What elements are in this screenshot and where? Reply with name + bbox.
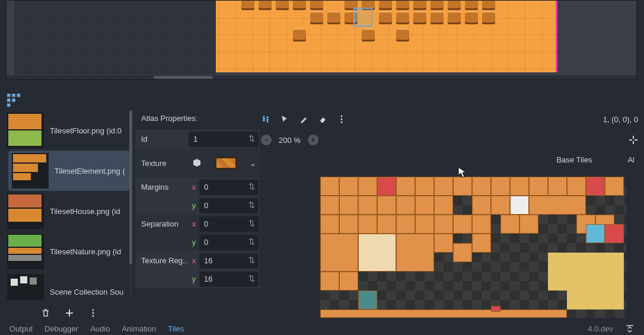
- source-label: Scene Collection Sou: [50, 288, 123, 296]
- viewport-hscrollbar[interactable]: [7, 75, 636, 79]
- source-item-scene-collection[interactable]: Scene Collection Sou: [6, 272, 132, 300]
- output-tab[interactable]: Output: [9, 324, 33, 333]
- separation-x-input[interactable]: 0⇅: [199, 216, 259, 232]
- source-label: TilesetHouse.png (id: [50, 207, 120, 216]
- bottom-panel-tabs: Output Debugger Audio Animation Tiles 4.…: [6, 322, 638, 335]
- debugger-tab[interactable]: Debugger: [44, 324, 78, 333]
- margins-x-input[interactable]: 0⇅: [199, 180, 259, 195]
- svg-point-8: [92, 315, 94, 317]
- source-item-house[interactable]: TilesetHouse.png (id: [6, 191, 132, 231]
- svg-point-6: [92, 310, 94, 311]
- selected-map-tile: [353, 8, 372, 27]
- base-tiles-tab[interactable]: Base Tiles: [556, 155, 592, 164]
- svg-rect-5: [7, 104, 11, 107]
- delete-source-button[interactable]: [41, 308, 50, 318]
- source-item-nature[interactable]: TilesetNature.png (id: [6, 231, 132, 272]
- svg-point-13: [341, 122, 343, 123]
- version-label: 4.0.dev: [588, 324, 613, 333]
- region-y-input[interactable]: 16⇅: [199, 272, 259, 287]
- source-item-element[interactable]: TilesetElement.png (: [8, 151, 130, 191]
- atlas-properties-panel: Atlas Properties: Id 1⇅ Texture ⌄ Margin…: [135, 110, 260, 300]
- source-item-floor[interactable]: TilesetFloor.png (id:0: [6, 110, 132, 151]
- atlas-menu-icon[interactable]: [337, 114, 346, 124]
- zoom-level-text: 200 %: [279, 136, 301, 145]
- animation-tab[interactable]: Animation: [122, 324, 156, 333]
- source-list-scrollbar[interactable]: [129, 110, 132, 300]
- svg-point-7: [92, 312, 94, 314]
- select-tool-icon[interactable]: [280, 114, 289, 124]
- properties-title: Atlas Properties:: [135, 110, 260, 130]
- expand-bottom-panel-icon[interactable]: [625, 324, 635, 333]
- margins-y-input[interactable]: 0⇅: [199, 198, 259, 213]
- center-view-icon[interactable]: [629, 135, 638, 145]
- paint-tool-icon[interactable]: [299, 114, 308, 124]
- svg-point-12: [341, 119, 343, 120]
- texture-dropdown-icon[interactable]: ⌄: [250, 159, 256, 168]
- svg-rect-1: [12, 94, 15, 97]
- source-menu-button[interactable]: [88, 308, 98, 318]
- zoom-in-button[interactable]: +: [308, 135, 318, 145]
- add-source-button[interactable]: [65, 308, 74, 318]
- separation-y-input[interactable]: 0⇅: [199, 235, 259, 250]
- source-label: TilesetFloor.png (id:0: [50, 126, 122, 135]
- tiles-tab[interactable]: Tiles: [168, 324, 184, 333]
- texture-preview[interactable]: [215, 157, 237, 170]
- erase-tool-icon[interactable]: [318, 114, 327, 124]
- svg-point-11: [341, 116, 343, 117]
- tileset-source-list[interactable]: TilesetFloor.png (id:0 TilesetElement.pn…: [6, 110, 132, 300]
- alternative-tiles-tab[interactable]: Al: [627, 155, 635, 164]
- margins-label: Margins: [135, 183, 189, 192]
- audio-tab[interactable]: Audio: [90, 324, 110, 333]
- svg-point-10: [266, 116, 269, 119]
- svg-rect-0: [7, 94, 11, 97]
- tileset-texture-view[interactable]: [320, 177, 626, 318]
- texture-type-icon[interactable]: [192, 158, 202, 168]
- svg-rect-2: [17, 94, 21, 97]
- atlas-status-text: 1, (0, 0), 0: [603, 115, 638, 124]
- id-input[interactable]: 1⇅: [189, 132, 259, 147]
- svg-rect-4: [12, 98, 15, 102]
- source-label: TilesetNature.png (id: [50, 247, 121, 256]
- tileset-mode-icon[interactable]: [7, 94, 20, 107]
- id-label: Id: [135, 135, 189, 143]
- separation-label: Separation: [135, 219, 189, 228]
- source-label: TilesetElement.png (: [55, 167, 125, 176]
- setup-tool-icon[interactable]: [261, 114, 270, 124]
- map-viewport[interactable]: [6, 0, 637, 80]
- svg-rect-3: [7, 98, 11, 102]
- texture-label: Texture: [135, 159, 189, 168]
- svg-point-9: [263, 119, 265, 122]
- zoom-out-button[interactable]: −: [261, 135, 272, 145]
- region-x-input[interactable]: 16⇅: [199, 253, 259, 269]
- region-label: Texture Reg..: [135, 256, 189, 265]
